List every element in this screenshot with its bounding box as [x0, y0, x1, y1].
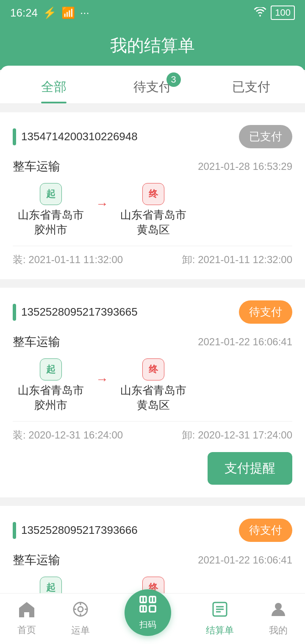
route-arrow-1: →	[96, 197, 108, 211]
svg-point-17	[275, 603, 282, 610]
card-info-row-1: 整车运输 2021-01-28 16:53:29	[13, 158, 292, 175]
nav-settlement-label: 结算单	[206, 624, 234, 637]
card-header-1: 1354714200310226948 已支付	[13, 125, 292, 148]
pay-reminder-button[interactable]: 支付提醒	[208, 452, 292, 485]
status-time: 16:24	[10, 6, 38, 19]
status-badge-3: 待支付	[239, 519, 292, 542]
nav-orders[interactable]: 运单	[71, 601, 90, 637]
end-name-2: 山东省青岛市黄岛区	[115, 383, 191, 413]
tab-bar: 全部 待支付 3 已支付	[0, 66, 305, 104]
end-node-1: 终 山东省青岛市黄岛区	[115, 183, 191, 237]
time-row-1: 装: 2021-01-11 11:32:00 卸: 2021-01-11 12:…	[13, 246, 292, 266]
tab-all[interactable]: 全部	[4, 66, 103, 103]
status-badge-1: 已支付	[239, 125, 292, 148]
start-tag-2: 起	[40, 358, 62, 380]
pending-badge: 3	[166, 72, 181, 87]
svg-point-1	[78, 607, 83, 612]
load-time-2: 装: 2020-12-31 16:24:00	[13, 428, 123, 442]
card-id-row-2: 1352528095217393665	[13, 304, 138, 321]
id-bar-3	[13, 522, 16, 539]
svg-rect-9	[150, 606, 155, 612]
scan-label: 扫码	[139, 619, 156, 630]
charge-icon: ⚡	[43, 6, 56, 19]
card-datetime-3: 2021-01-22 16:06:41	[198, 554, 292, 566]
card-id-row-1: 1354714200310226948	[13, 128, 138, 145]
start-name-1: 山东省青岛市胶州市	[13, 208, 89, 237]
route-row-1: 起 山东省青岛市胶州市 → 终 山东省青岛市黄岛区	[13, 183, 292, 237]
load-time-1: 装: 2021-01-11 11:32:00	[13, 253, 123, 266]
settlement-card-1: 1354714200310226948 已支付 整车运输 2021-01-28 …	[0, 112, 305, 279]
card-id-2: 1352528095217393665	[21, 305, 138, 319]
start-node-2: 起 山东省青岛市胶州市	[13, 358, 89, 413]
card-datetime-1: 2021-01-28 16:53:29	[198, 161, 292, 172]
id-bar	[13, 128, 16, 145]
route-row-2: 起 山东省青岛市胶州市 → 终 山东省青岛市黄岛区	[13, 358, 292, 413]
nav-orders-label: 运单	[71, 624, 90, 637]
card-action-row-2: 支付提醒	[13, 452, 292, 485]
status-bar: 16:24 ⚡ 📶 ··· 100	[0, 0, 305, 25]
settlement-card-2: 1352528095217393665 待支付 整车运输 2021-01-22 …	[0, 288, 305, 497]
transport-type-1: 整车运输	[13, 158, 60, 175]
tab-pending[interactable]: 待支付 3	[103, 66, 202, 103]
bottom-nav: 首页 运单	[0, 593, 305, 644]
settlement-icon	[211, 601, 228, 622]
nav-mine-label: 我的	[269, 624, 288, 637]
card-header-3: 1352528095217393666 待支付	[13, 519, 292, 542]
status-dots: ···	[80, 6, 89, 19]
wifi-icon	[254, 6, 266, 19]
start-tag-1: 起	[40, 183, 62, 205]
mine-icon	[270, 601, 287, 622]
nav-home-label: 首页	[17, 624, 36, 636]
nav-home[interactable]: 首页	[17, 601, 36, 636]
nav-mine[interactable]: 我的	[269, 601, 288, 637]
nav-scan-center[interactable]: 扫码	[125, 589, 171, 644]
nav-settlement[interactable]: 结算单	[206, 601, 234, 637]
tabs-container: 全部 待支付 3 已支付	[0, 66, 305, 104]
card-info-row-2: 整车运输 2021-01-22 16:06:41	[13, 334, 292, 350]
start-node-1: 起 山东省青岛市胶州市	[13, 183, 89, 237]
tab-paid[interactable]: 已支付	[202, 66, 301, 103]
card-id-row-3: 1352528095217393666	[13, 522, 138, 539]
unload-time-2: 卸: 2020-12-31 17:24:00	[182, 428, 292, 442]
end-node-2: 终 山东省青岛市黄岛区	[115, 358, 191, 413]
id-bar-2	[13, 304, 16, 321]
route-arrow-2: →	[96, 372, 108, 386]
start-name-2: 山东省青岛市胶州市	[13, 383, 89, 413]
card-header-2: 1352528095217393665 待支付	[13, 300, 292, 324]
end-tag-1: 终	[142, 183, 164, 205]
end-name-1: 山东省青岛市黄岛区	[115, 208, 191, 237]
scan-icon	[139, 595, 157, 617]
home-icon	[18, 601, 35, 621]
battery-icon: 100	[271, 6, 295, 20]
card-info-row-3: 整车运输 2021-01-22 16:06:41	[13, 552, 292, 568]
page-content: 1354714200310226948 已支付 整车运输 2021-01-28 …	[0, 112, 305, 644]
transport-type-3: 整车运输	[13, 552, 60, 568]
page-header: 我的结算单	[0, 25, 305, 70]
page-title: 我的结算单	[0, 34, 305, 57]
end-tag-2: 终	[142, 358, 164, 380]
time-row-2: 装: 2020-12-31 16:24:00 卸: 2020-12-31 17:…	[13, 421, 292, 442]
status-right: 100	[254, 6, 295, 20]
card-id-3: 1352528095217393666	[21, 524, 138, 537]
card-datetime-2: 2021-01-22 16:06:41	[198, 336, 292, 348]
orders-icon	[72, 601, 89, 622]
card-id-1: 1354714200310226948	[21, 130, 138, 143]
status-left: 16:24 ⚡ 📶 ···	[10, 6, 89, 19]
unload-time-1: 卸: 2021-01-11 12:32:00	[182, 253, 292, 266]
scan-button[interactable]: 扫码	[125, 589, 171, 636]
status-badge-2: 待支付	[239, 300, 292, 324]
sim-icon: 📶	[61, 6, 75, 19]
transport-type-2: 整车运输	[13, 334, 60, 350]
